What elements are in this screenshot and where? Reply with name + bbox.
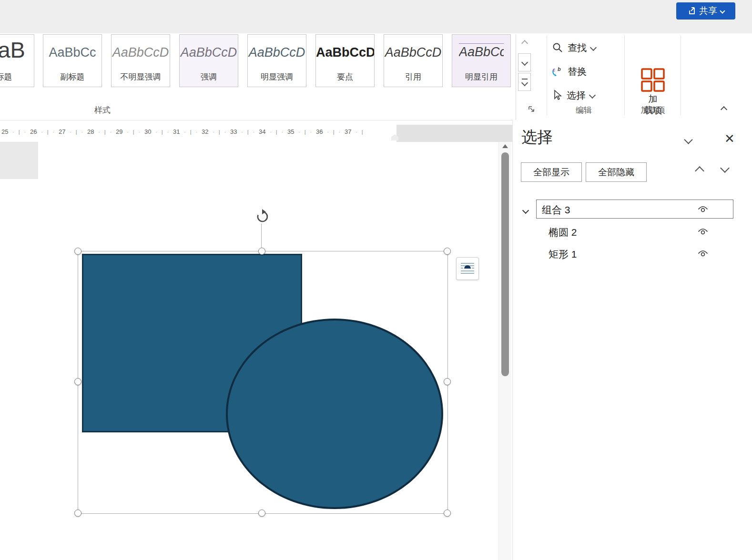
scrollbar-thumb[interactable] — [501, 152, 509, 376]
style-preview: AaBbCcD — [248, 45, 306, 60]
eye-icon[interactable] — [697, 250, 709, 257]
style-preview: AaB — [0, 37, 34, 63]
search-icon — [552, 42, 563, 53]
style-preview: AaBbCc — [43, 45, 102, 60]
move-down-button[interactable] — [722, 165, 728, 173]
ruler-mark: ·32·| — [193, 128, 222, 135]
find-button[interactable]: 查找 — [552, 37, 623, 58]
rotate-handle-line — [261, 224, 262, 251]
gallery-more-button[interactable] — [518, 73, 531, 91]
title-bar — [0, 0, 752, 33]
pane-item-group3[interactable]: 组合 3 — [513, 200, 752, 219]
shape-oval-2[interactable] — [226, 319, 443, 509]
dialog-launcher-icon[interactable] — [528, 106, 537, 114]
collapse-ribbon-button[interactable] — [716, 104, 732, 115]
select-button[interactable]: 选择 — [552, 85, 623, 106]
horizontal-ruler: ·25·|·26·|·27·|·28·|·29·|·30·|·31·|·32·|… — [0, 125, 512, 142]
close-icon[interactable]: ✕ — [722, 131, 737, 146]
eye-icon[interactable] — [697, 228, 709, 235]
add-ins-button[interactable]: 加 载项 — [634, 67, 672, 125]
add-ins-group-label: 加载项 — [634, 105, 672, 116]
group-separator — [624, 35, 625, 115]
selection-handle-s[interactable] — [258, 510, 265, 517]
style-card-title[interactable]: AaB 标题 — [0, 34, 34, 87]
ribbon: AaB 标题 AaBbCc 副标题 AaBbCcD 不明显强调 AaBbCcD … — [0, 33, 752, 120]
style-preview: AaBbCcD — [316, 45, 374, 60]
add-ins-button-label-line1: 加 — [649, 93, 658, 105]
style-label: 引用 — [384, 71, 442, 82]
replace-button[interactable]: b c 替换 — [552, 61, 623, 82]
selection-handle-se[interactable] — [444, 510, 451, 517]
style-card-subtle-emphasis[interactable]: AaBbCcD 不明显强调 — [111, 34, 170, 87]
ruler-mark: ·28·| — [79, 128, 108, 135]
page-margin-corner — [0, 142, 38, 179]
editing-group-label: 编辑 — [566, 105, 601, 116]
share-icon — [687, 7, 696, 15]
style-card-intense-quote[interactable]: AaBbCcD 明显引用 — [452, 34, 511, 87]
replace-label: 替换 — [568, 65, 587, 78]
pane-item-rectangle1[interactable]: 矩形 1 — [513, 244, 752, 263]
style-label: 不明显强调 — [112, 71, 170, 82]
move-up-button[interactable] — [696, 168, 703, 176]
chevron-down-icon[interactable] — [523, 206, 528, 215]
ruler-mark: ·34·| — [251, 128, 279, 135]
document-scrollbar[interactable] — [498, 142, 511, 560]
style-label: 副标题 — [43, 71, 102, 82]
group-separator — [547, 35, 547, 115]
ruler-mark: ·26·| — [22, 128, 51, 135]
gallery-divider — [516, 34, 516, 125]
svg-text:c: c — [553, 67, 555, 72]
ruler-mark: ·27·| — [51, 128, 79, 135]
style-card-emphasis[interactable]: AaBbCcD 强调 — [179, 34, 238, 87]
chevron-up-icon — [521, 40, 528, 47]
pane-title: 选择 — [521, 127, 553, 148]
style-preview: AaBbCcD — [459, 43, 504, 60]
show-all-button[interactable]: 全部显示 — [521, 162, 582, 182]
selection-handle-nw[interactable] — [74, 248, 81, 255]
share-label: 共享 — [699, 5, 717, 17]
style-card-quote[interactable]: AaBbCcD 引用 — [384, 34, 443, 87]
style-label: 强调 — [180, 71, 238, 82]
selection-handle-n[interactable] — [258, 248, 265, 255]
ruler-mark: ·36·| — [308, 128, 336, 135]
chevron-down-icon — [521, 80, 528, 86]
selection-handle-w[interactable] — [74, 378, 81, 385]
ruler-mark: ·33·| — [222, 128, 251, 135]
style-card-subtitle[interactable]: AaBbCc 副标题 — [43, 34, 102, 87]
style-label: 明显强调 — [248, 71, 306, 82]
gallery-scroll-up-button[interactable] — [518, 35, 531, 51]
selection-pane: 选择 ✕ 全部显示 全部隐藏 组合 3 椭圆 2 矩形 1 — [512, 120, 752, 560]
chevron-down-icon — [720, 8, 725, 13]
pane-item-label: 矩形 1 — [549, 248, 577, 261]
ruler-mark: ·25·| — [0, 128, 22, 135]
hide-all-button[interactable]: 全部隐藏 — [586, 162, 647, 182]
chevron-up-icon — [721, 106, 727, 113]
layout-options-button[interactable] — [456, 257, 479, 280]
add-ins-grid-icon — [640, 67, 666, 93]
styles-group-label: 样式 — [88, 105, 117, 116]
ruler-mark: ·35·| — [279, 128, 308, 135]
style-card-intense-emphasis[interactable]: AaBbCcD 明显强调 — [247, 34, 306, 87]
style-label: 明显引用 — [452, 71, 510, 82]
selection-handle-e[interactable] — [444, 378, 451, 385]
share-button[interactable]: 共享 — [676, 2, 735, 20]
eye-icon[interactable] — [697, 205, 709, 213]
ruler-mark: ·30·| — [136, 128, 165, 135]
style-card-strong[interactable]: AaBbCcD 要点 — [315, 34, 375, 87]
style-label: 要点 — [316, 71, 374, 82]
style-preview: AaBbCcD — [384, 45, 442, 60]
gallery-scroll-down-button[interactable] — [518, 53, 531, 71]
selection-handle-ne[interactable] — [444, 248, 451, 255]
ruler-mark: ·37·| — [336, 128, 365, 135]
word-window: 共享 AaB 标题 AaBbCc 副标题 AaBbCcD 不明显强调 AaBbC… — [0, 0, 752, 560]
pane-item-oval2[interactable]: 椭圆 2 — [513, 222, 752, 241]
chevron-down-icon — [589, 92, 596, 99]
ruler-margin-area — [396, 125, 512, 142]
scroll-up-arrow-icon[interactable] — [502, 144, 508, 148]
rotate-handle-icon[interactable] — [254, 209, 271, 225]
replace-icon: b c — [552, 66, 563, 77]
selection-handle-sw[interactable] — [74, 510, 81, 517]
find-label: 查找 — [568, 41, 587, 54]
pane-collapse-icon[interactable] — [685, 136, 691, 145]
style-preview: AaBbCcD — [112, 45, 170, 60]
